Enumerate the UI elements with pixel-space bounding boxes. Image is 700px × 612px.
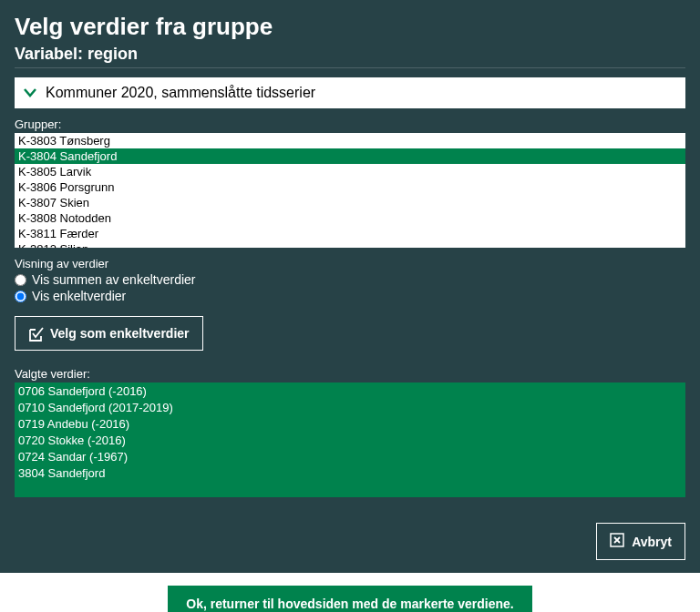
- valgte-list-inner: 0706 Sandefjord (-2016)0710 Sandefjord (…: [15, 382, 685, 497]
- avbryt-button[interactable]: Avbryt: [596, 523, 685, 560]
- list-item[interactable]: 0706 Sandefjord (-2016): [18, 383, 682, 400]
- valgte-label: Valgte verdier:: [15, 367, 685, 381]
- radio-sum-row[interactable]: Vis summen av enkeltverdier: [15, 272, 685, 287]
- expander-label: Kommuner 2020, sammenslåtte tidsserier: [46, 85, 315, 101]
- radio-enkelt[interactable]: [15, 291, 26, 302]
- list-item[interactable]: K-3804 Sandefjord: [15, 148, 685, 164]
- visning-label: Visning av verdier: [15, 257, 685, 270]
- ok-label: Ok, returner til hovedsiden med de marke…: [186, 597, 513, 611]
- list-item[interactable]: K-3807 Skien: [15, 195, 685, 210]
- list-item[interactable]: K-3812 Siljan: [15, 241, 685, 248]
- group-expander[interactable]: Kommuner 2020, sammenslåtte tidsserier: [15, 77, 685, 108]
- list-item[interactable]: K-3811 Færder: [15, 226, 685, 241]
- list-item[interactable]: 0719 Andebu (-2016): [18, 416, 682, 433]
- dialog-title: Velg verdier fra gruppe: [15, 13, 685, 41]
- grupper-listbox[interactable]: K-3803 TønsbergK-3804 SandefjordK-3805 L…: [15, 133, 685, 248]
- list-item[interactable]: 0710 Sandefjord (2017-2019): [18, 400, 682, 416]
- dialog-panel: Velg verdier fra gruppe Variabel: region…: [0, 0, 700, 573]
- checkmark-icon: [28, 326, 43, 341]
- footer-row: Avbryt: [15, 523, 685, 560]
- ok-return-button[interactable]: Ok, returner til hovedsiden med de marke…: [168, 586, 532, 612]
- list-item[interactable]: K-3805 Larvik: [15, 164, 685, 179]
- avbryt-label: Avbryt: [632, 535, 672, 549]
- list-item[interactable]: 3804 Sandefjord: [18, 465, 682, 482]
- velg-btn-label: Velg som enkeltverdier: [50, 326, 190, 341]
- radio-sum-label: Vis summen av enkeltverdier: [32, 272, 195, 287]
- radio-enkelt-row[interactable]: Vis enkeltverdier: [15, 289, 685, 303]
- chevron-down-icon: [24, 85, 36, 101]
- close-icon: [610, 533, 624, 550]
- dialog-subtitle: Variabel: region: [15, 45, 685, 68]
- radio-sum[interactable]: [15, 274, 26, 286]
- list-item[interactable]: 0724 Sandar (-1967): [18, 449, 682, 465]
- list-item[interactable]: 0720 Stokke (-2016): [18, 433, 682, 449]
- radio-enkelt-label: Vis enkeltverdier: [32, 289, 126, 303]
- list-item[interactable]: K-3803 Tønsberg: [15, 133, 685, 148]
- velg-som-enkeltverdier-button[interactable]: Velg som enkeltverdier: [15, 316, 203, 351]
- valgte-listbox[interactable]: 0706 Sandefjord (-2016)0710 Sandefjord (…: [15, 382, 685, 497]
- grupper-label: Grupper:: [15, 117, 685, 131]
- list-item[interactable]: K-3808 Notodden: [15, 210, 685, 226]
- list-item[interactable]: K-3806 Porsgrunn: [15, 179, 685, 195]
